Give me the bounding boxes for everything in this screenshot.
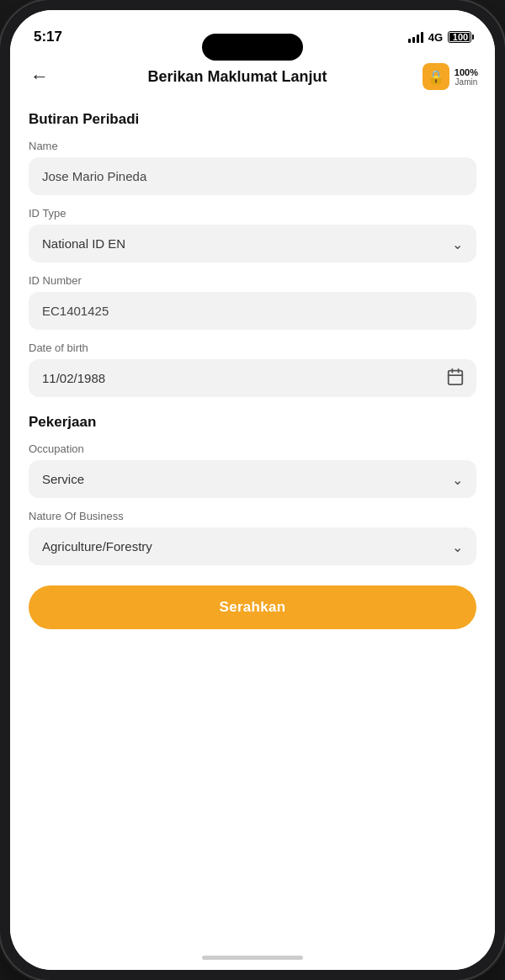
content-area: Butiran Peribadi Name ID Type National I… (10, 103, 495, 945)
nob-wrapper: Agriculture/Forestry Finance Technology … (29, 527, 476, 565)
signal-icon (408, 32, 423, 43)
id-type-select[interactable]: National ID EN Passport Driving License (29, 225, 476, 262)
security-badge: 🔒 100% Jamin (423, 63, 478, 90)
id-type-label: ID Type (29, 207, 476, 220)
page-title: Berikan Maklumat Lanjut (52, 68, 423, 86)
personal-section-title: Butiran Peribadi (29, 111, 476, 128)
dob-wrapper (29, 359, 476, 397)
personal-section: Butiran Peribadi Name ID Type National I… (29, 111, 476, 397)
lock-icon: 🔒 (428, 69, 444, 85)
network-label: 4G (428, 31, 443, 44)
dob-label: Date of birth (29, 342, 476, 354)
id-number-input[interactable] (29, 292, 476, 330)
dynamic-island (202, 34, 303, 61)
home-bar (202, 956, 303, 960)
name-label: Name (29, 140, 476, 152)
id-number-label: ID Number (29, 274, 476, 287)
back-button[interactable]: ← (27, 62, 52, 91)
occupation-wrapper: Service Business Student Retired ⌄ (29, 460, 476, 498)
security-label: Jamin (455, 77, 478, 87)
id-type-wrapper: National ID EN Passport Driving License … (29, 225, 476, 262)
phone-frame: 5:17 4G 100 (0, 0, 505, 980)
phone-screen: 5:17 4G 100 (10, 10, 495, 970)
security-percent: 100% (454, 67, 478, 77)
home-indicator (10, 945, 495, 970)
dob-input[interactable] (29, 359, 476, 397)
occupation-select[interactable]: Service Business Student Retired (29, 460, 476, 498)
submit-button[interactable]: Serahkan (29, 585, 476, 629)
battery-percent: 100 (449, 32, 471, 42)
back-arrow-icon: ← (30, 66, 49, 87)
battery-icon: 100 (448, 31, 471, 43)
lock-icon-wrapper: 🔒 (423, 63, 449, 90)
occupation-section-title: Pekerjaan (29, 414, 476, 431)
status-bar: 5:17 4G 100 (10, 10, 495, 50)
nob-select[interactable]: Agriculture/Forestry Finance Technology … (29, 527, 476, 565)
occupation-label: Occupation (29, 442, 476, 455)
nob-label: Nature Of Business (29, 510, 476, 522)
status-time: 5:17 (34, 29, 62, 45)
status-icons: 4G 100 (408, 31, 471, 44)
name-input[interactable] (29, 157, 476, 195)
occupation-section: Pekerjaan Occupation Service Business St… (29, 414, 476, 565)
security-text: 100% Jamin (454, 67, 478, 87)
